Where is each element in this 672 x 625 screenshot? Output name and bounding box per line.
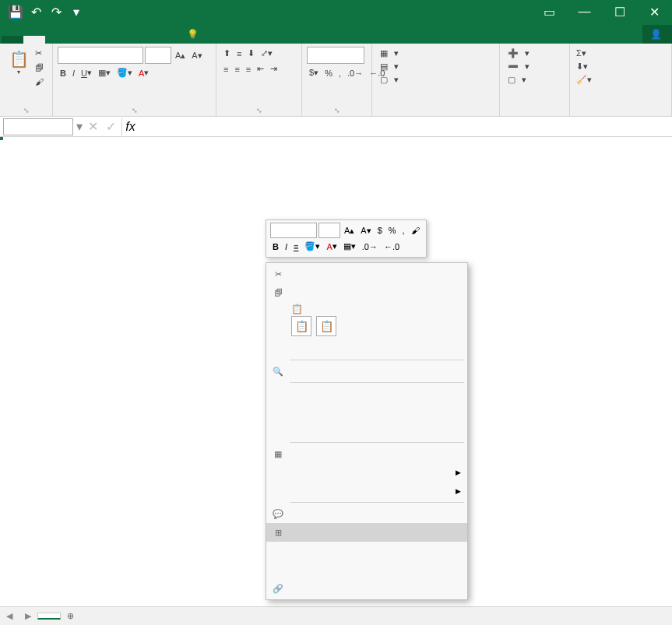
tab-view[interactable] [154,36,176,44]
mini-grow-icon[interactable]: A▴ [342,224,357,237]
ctx-copy[interactable]: 🗐 [266,283,467,302]
sheet-nav-prev-icon[interactable]: ◀ [0,611,19,621]
sheet-tab[interactable] [37,613,61,620]
mini-border-icon[interactable]: ▦▾ [341,240,358,253]
mini-font-box[interactable] [270,223,317,238]
bold-button[interactable]: B [58,67,69,79]
align-middle-icon[interactable]: ≡ [234,47,244,60]
format-cells-button[interactable]: ▢▾ [505,73,530,86]
cell-styles-button[interactable]: ▢▾ [377,73,402,86]
align-bottom-icon[interactable]: ⬇ [245,47,257,60]
insert-cells-button[interactable]: ➕▾ [505,47,533,60]
comma-icon[interactable]: , [336,67,343,79]
align-top-icon[interactable]: ⬆ [221,47,233,60]
signin-link[interactable] [621,25,642,44]
mini-accounting-icon[interactable]: $ [375,224,385,237]
mini-painter-icon[interactable]: 🖌 [409,224,422,237]
maximize-icon[interactable]: ☐ [602,0,637,23]
align-center-icon[interactable]: ≡ [232,63,241,75]
paste-option-1-icon[interactable]: 📋 [291,316,311,336]
sheet-nav-next-icon[interactable]: ▶ [19,611,37,621]
align-right-icon[interactable]: ≡ [244,63,253,75]
ctx-clear[interactable] [266,422,467,441]
mini-dec-inc-icon[interactable]: .0→ [360,241,380,253]
number-format-box[interactable] [307,47,364,64]
format-painter-button[interactable]: 🖌 [33,75,46,88]
mini-toolbar[interactable]: A▴ A▾ $ % , 🖌 B I ≡ 🪣▾ A▾ ▦▾ .0→ ←.0 [266,219,427,258]
mini-italic-icon[interactable]: I [283,241,290,253]
ctx-delete[interactable] [266,403,467,422]
mini-shrink-icon[interactable]: A▾ [358,224,373,237]
italic-button[interactable]: I [70,67,77,79]
ctx-insert[interactable] [266,384,467,403]
minimize-icon[interactable]: — [567,0,602,23]
ctx-pick-list[interactable] [266,542,467,560]
tab-formulas[interactable] [89,36,111,44]
indent-decrease-icon[interactable]: ⇤ [255,62,266,75]
tab-home[interactable] [23,36,45,44]
ctx-define-name[interactable] [266,560,467,579]
percent-icon[interactable]: % [322,67,335,79]
accounting-icon[interactable]: $▾ [307,66,321,79]
ctx-smart-lookup[interactable]: 🔍 [266,362,467,381]
mini-fill-icon[interactable]: 🪣▾ [302,240,322,253]
ctx-filter[interactable]: ▶ [266,463,467,482]
conditional-formatting-button[interactable]: ▦▾ [377,47,402,60]
copy-button[interactable]: 🗐 [33,61,46,74]
clipboard-launcher-icon[interactable]: ⤡ [23,107,30,114]
mini-font-color-icon[interactable]: A▾ [324,240,339,253]
ctx-paste-special[interactable] [266,339,467,358]
indent-increase-icon[interactable]: ⇥ [268,62,280,75]
fill-color-button[interactable]: 🪣▾ [114,66,135,79]
tab-pagelayout[interactable] [67,36,89,44]
redo-icon[interactable]: ↷ [47,2,65,21]
qat-customize-icon[interactable]: ▾ [67,2,86,21]
font-name-box[interactable] [58,47,143,64]
name-box[interactable] [3,118,73,135]
mini-size-box[interactable] [318,223,340,238]
alignment-launcher-icon[interactable]: ⤡ [256,107,262,114]
increase-font-icon[interactable]: A▴ [173,49,188,62]
ctx-cut[interactable]: ✂ [266,265,467,283]
ribbon-options-icon[interactable]: ▭ [532,0,567,23]
tell-me[interactable]: 💡 [176,25,621,44]
ctx-sort[interactable]: ▶ [266,482,467,500]
save-icon[interactable]: 💾 [6,2,25,21]
font-size-box[interactable] [145,47,171,64]
tab-insert[interactable] [45,36,67,44]
clear-button[interactable]: 🧹▾ [575,73,593,86]
fill-button[interactable]: ⬇▾ [575,60,589,73]
increase-decimal-icon[interactable]: .0→ [345,67,365,79]
font-launcher-icon[interactable]: ⤡ [132,107,138,114]
ctx-quick-analysis[interactable]: ▦ [266,444,467,463]
fx-icon[interactable]: fx [121,118,139,135]
cut-button[interactable]: ✂ [33,47,46,60]
underline-button[interactable]: U▾ [79,66,94,79]
add-sheet-icon[interactable]: ⊕ [61,611,79,621]
close-icon[interactable]: ✕ [637,0,672,23]
ctx-format-cells[interactable]: ⊞ [266,523,467,542]
borders-button[interactable]: ▦▾ [96,66,113,79]
share-button[interactable]: 👤 [642,25,672,44]
worksheet[interactable]: A▴ A▾ $ % , 🖌 B I ≡ 🪣▾ A▾ ▦▾ .0→ ←.0 ✂ 🗐… [0,137,672,606]
orientation-icon[interactable]: ⤢▾ [259,47,275,60]
mini-comma-icon[interactable]: , [400,224,407,237]
tab-file[interactable] [2,36,23,44]
decrease-font-icon[interactable]: A▾ [189,49,204,62]
format-as-table-button[interactable]: ▤▾ [377,60,402,73]
mini-bold-icon[interactable]: B [270,241,281,253]
mini-percent-icon[interactable]: % [386,224,399,237]
mini-dec-dec-icon[interactable]: ←.0 [382,241,402,253]
align-left-icon[interactable]: ≡ [221,63,230,75]
delete-cells-button[interactable]: ➖▾ [505,60,533,73]
number-launcher-icon[interactable]: ⤡ [334,107,340,114]
paste-button[interactable]: 📋▾ [5,47,33,92]
ctx-insert-comment[interactable]: 💬 [266,504,467,523]
formula-input[interactable] [142,118,669,135]
mini-underline-icon[interactable]: ≡ [291,241,301,253]
ctx-hyperlink[interactable]: 🔗 [266,579,467,598]
undo-icon[interactable]: ↶ [26,2,45,21]
font-color-button[interactable]: A▾ [136,66,151,79]
tab-review[interactable] [132,36,154,44]
autosum-button[interactable]: Σ▾ [575,47,588,60]
